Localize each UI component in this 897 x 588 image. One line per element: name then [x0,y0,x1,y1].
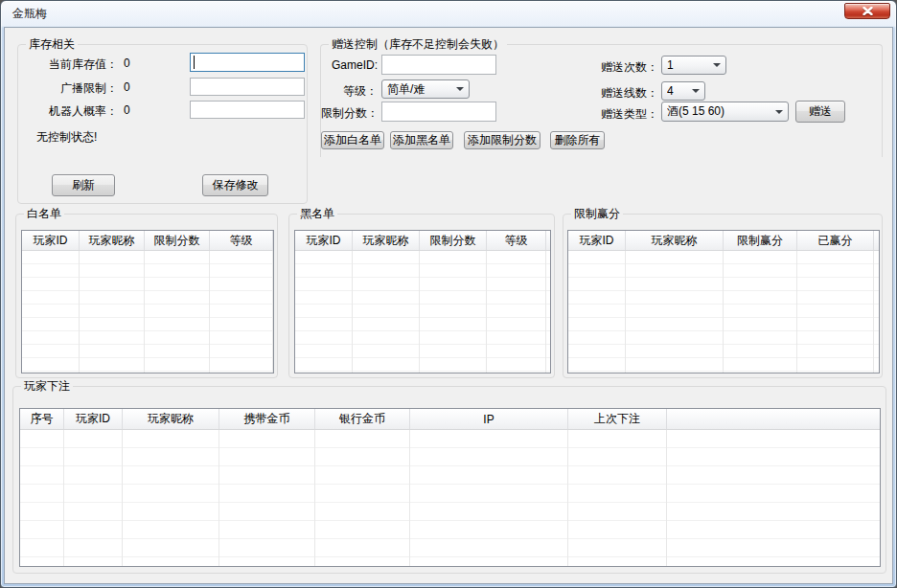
column-header[interactable]: 等级 [487,231,546,250]
player-bets-group: 玩家下注 序号 玩家ID 玩家昵称 携带金币 银行金币 IP 上次下注 [12,386,886,574]
player-bets-group-title: 玩家下注 [21,379,73,394]
limit-win-group-title: 限制赢分 [571,207,623,221]
add-whitelist-button[interactable]: 添加白名单 [321,131,384,149]
limit-win-group: 限制赢分 玩家ID 玩家昵称 限制赢分 已赢分 [563,214,883,378]
text-caret [194,56,195,69]
column-header[interactable]: 银行金币 [315,409,410,429]
limit-score-label: 限制分数： [321,105,378,122]
column-header[interactable]: IP [410,409,568,429]
blacklist-header: 玩家ID 玩家昵称 限制分数 等级 [295,231,550,251]
column-header[interactable]: 玩家昵称 [626,231,724,250]
column-header[interactable]: 限制赢分 [724,231,797,250]
gift-times-label: 赠送次数： [596,59,658,76]
broadcast-limit-value: 0 [124,80,130,94]
column-header[interactable]: 玩家ID [568,231,626,250]
column-header[interactable]: 上次下注 [568,409,667,429]
grid-column [315,430,410,566]
grid-column [353,251,420,373]
column-header[interactable]: 玩家昵称 [123,409,219,429]
add-blacklist-button[interactable]: 添加黑名单 [390,131,453,149]
column-header[interactable]: 玩家ID [64,409,123,429]
gift-times-combobox[interactable]: 1 [661,56,726,75]
send-gift-button[interactable]: 赠送 [795,101,845,123]
save-changes-button[interactable]: 保存修改 [202,174,268,196]
blacklist-body[interactable] [295,251,550,373]
player-bets-header: 序号 玩家ID 玩家昵称 携带金币 银行金币 IP 上次下注 [20,409,880,430]
column-header-fill [667,409,880,429]
gift-times-value: 1 [667,58,709,72]
limit-win-body[interactable] [568,251,879,373]
column-header[interactable]: 玩家昵称 [80,231,145,250]
robot-probability-input[interactable] [190,101,305,119]
column-header[interactable]: 已赢分 [797,231,874,250]
grid-column [123,430,219,566]
grid-column [568,430,667,566]
column-header[interactable]: 携带金币 [219,409,315,429]
control-status-text: 无控制状态! [36,129,97,146]
column-header[interactable]: 限制分数 [420,231,487,250]
titlebar[interactable]: 金瓶梅 [1,1,896,27]
gameid-input[interactable] [381,55,496,75]
delete-all-button[interactable]: 删除所有 [550,131,605,149]
column-header[interactable]: 玩家昵称 [353,231,420,250]
window-title: 金瓶梅 [12,1,47,26]
gift-lines-combobox[interactable]: 4 [661,81,705,101]
grid-column [487,251,546,373]
gift-type-combobox[interactable]: 酒(5 15 60) [661,102,789,122]
current-stock-value: 0 [124,57,130,70]
gameid-label: GameID: [321,58,378,72]
gift-control-group: 赠送控制（库存不足控制会失败） GameID: 等级： 简单/难 限制分数： 赠… [320,44,883,157]
grid-column [797,251,874,373]
column-header-fill [874,231,879,250]
grid-column [410,430,568,566]
whitelist-listview[interactable]: 玩家ID 玩家昵称 限制分数 等级 [21,230,274,373]
refresh-button[interactable]: 刷新 [52,174,115,196]
grid-column [145,251,210,373]
gift-control-group-title: 赠送控制（库存不足控制会失败） [329,37,507,52]
current-stock-input[interactable] [190,53,305,72]
close-icon [862,7,873,15]
grid-column [546,251,550,373]
limit-score-input[interactable] [381,102,496,122]
limit-win-listview[interactable]: 玩家ID 玩家昵称 限制赢分 已赢分 [567,230,880,373]
grid-column [219,430,315,566]
column-header[interactable]: 等级 [210,231,273,250]
robot-probability-label: 机器人概率： [22,103,118,120]
grid-column [64,430,123,566]
robot-probability-value: 0 [124,103,130,117]
player-bets-listview[interactable]: 序号 玩家ID 玩家昵称 携带金币 银行金币 IP 上次下注 [19,408,881,567]
whitelist-group: 白名单 玩家ID 玩家昵称 限制分数 等级 [15,214,278,378]
inventory-group: 库存相关 当前库存值： 0 广播限制： 0 机器人概率： 0 无控制状态! 刷新… [17,44,308,204]
column-header[interactable]: 玩家ID [22,231,80,250]
whitelist-body[interactable] [22,251,273,373]
grid-column [80,251,145,373]
client-area: 库存相关 当前库存值： 0 广播限制： 0 机器人概率： 0 无控制状态! 刷新… [4,27,893,584]
chevron-down-icon [713,63,721,67]
level-combobox[interactable]: 简单/难 [381,79,470,99]
column-header[interactable]: 限制分数 [145,231,210,250]
gift-lines-label: 赠送线数： [596,85,658,102]
level-value: 简单/难 [387,81,452,98]
level-label: 等级： [321,83,378,100]
grid-column [626,251,724,373]
limit-win-header: 玩家ID 玩家昵称 限制赢分 已赢分 [568,231,879,251]
blacklist-listview[interactable]: 玩家ID 玩家昵称 限制分数 等级 [294,230,551,373]
grid-column [724,251,797,373]
inventory-group-title: 库存相关 [26,37,78,52]
grid-column [667,430,880,566]
gift-type-label: 赠送类型： [596,106,658,123]
gift-type-value: 酒(5 15 60) [667,103,771,120]
column-header[interactable]: 玩家ID [295,231,353,250]
grid-column [295,251,353,373]
player-bets-body[interactable] [20,430,880,566]
current-stock-label: 当前库存值： [22,57,118,73]
column-header-fill [546,231,550,250]
column-header[interactable]: 序号 [20,409,64,429]
blacklist-group: 黑名单 玩家ID 玩家昵称 限制分数 等级 [288,214,555,378]
broadcast-limit-input[interactable] [190,78,305,96]
app-window: 金瓶梅 库存相关 当前库存值： 0 广播限制： 0 机器人概率： 0 无控制状态… [0,0,897,588]
close-button[interactable] [844,3,890,19]
whitelist-header: 玩家ID 玩家昵称 限制分数 等级 [22,231,273,251]
broadcast-limit-label: 广播限制： [22,80,118,97]
add-limit-score-button[interactable]: 添加限制分数 [464,131,540,149]
